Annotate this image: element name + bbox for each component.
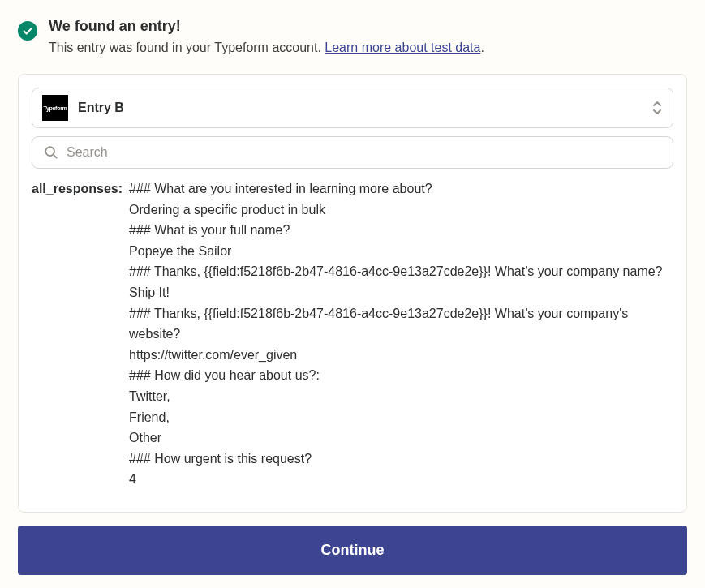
- continue-button[interactable]: Continue: [18, 526, 687, 575]
- search-input[interactable]: [67, 145, 661, 160]
- learn-more-link[interactable]: Learn more about test data: [325, 41, 480, 54]
- subtitle-suffix: .: [480, 41, 484, 54]
- chevron-updown-icon: [651, 101, 663, 115]
- svg-line-1: [54, 155, 57, 158]
- entry-selected-label: Entry B: [78, 101, 651, 115]
- entry-found-header: We found an entry! This entry was found …: [18, 18, 687, 58]
- header-text: We found an entry! This entry was found …: [49, 18, 484, 58]
- header-subtitle: This entry was found in your Typeform ac…: [49, 38, 484, 58]
- search-box[interactable]: [32, 136, 673, 169]
- svg-point-0: [45, 147, 54, 156]
- response-data-area[interactable]: all_responses: ### What are you interest…: [32, 178, 673, 499]
- response-value: ### What are you interested in learning …: [129, 178, 670, 490]
- header-title: We found an entry!: [49, 18, 484, 35]
- success-check-icon: [18, 21, 37, 41]
- search-icon: [44, 145, 58, 160]
- typeform-logo-icon: Typeform: [42, 95, 68, 121]
- response-key: all_responses:: [32, 178, 123, 200]
- subtitle-prefix: This entry was found in your Typeform ac…: [49, 41, 325, 54]
- entry-data-card: Typeform Entry B all_responses: ### What…: [18, 74, 687, 513]
- entry-selector[interactable]: Typeform Entry B: [32, 88, 673, 128]
